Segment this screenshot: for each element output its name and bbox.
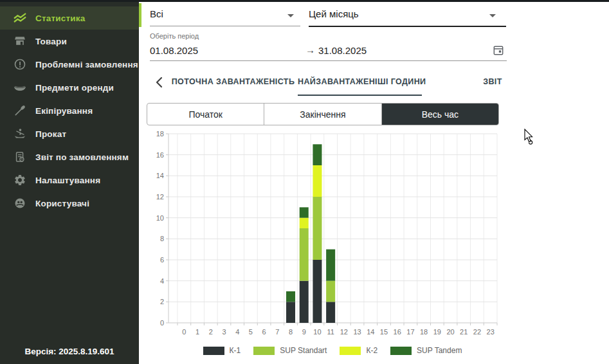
bar-segment[interactable] [300,281,309,323]
sidebar-item-statistics[interactable]: Статистика [0,6,139,30]
y-tick-label: 12 [156,193,164,201]
sidebar-item-settings[interactable]: Налаштування [0,168,139,192]
x-tick-label: 17 [406,328,414,336]
bar-segment[interactable] [313,165,322,197]
gear-icon [13,173,27,187]
x-tick-label: 15 [380,328,388,336]
legend-label: SUP Standart [280,346,327,355]
segment-alltime-button[interactable]: Весь час [382,104,498,125]
filter-select-value: Всі [150,8,163,19]
sidebar-item-label: Товари [35,37,67,46]
calendar-icon[interactable] [492,44,505,57]
sidebar-item-label: Звіт по замовленням [35,152,129,162]
x-tick-label: 2 [209,328,213,336]
x-tick-label: 16 [394,328,401,336]
sidebar-item-users[interactable]: Користувачі [0,192,139,215]
y-tick-label: 2 [160,298,164,305]
x-tick-label: 23 [487,328,495,336]
bar-segment[interactable] [313,144,322,165]
y-tick-label: 0 [160,319,164,327]
kayaker-icon [13,127,27,141]
sidebar-item-label: Прокат [35,129,66,139]
sidebar-item-orders-report[interactable]: Звіт по замовленням [0,145,139,168]
legend-swatch [253,347,275,355]
x-tick-label: 0 [182,328,186,336]
busiest-hours-chart: 0246810121416180123456789101112131415161… [152,129,499,364]
x-tick-label: 5 [249,328,253,336]
y-tick-label: 16 [156,151,164,159]
sidebar-item-rent[interactable]: Прокат [0,122,139,145]
x-tick-label: 14 [367,328,374,336]
segment-start-button[interactable]: Початок [147,104,264,125]
x-tick-label: 10 [313,328,321,336]
x-tick-label: 13 [353,328,361,336]
main-content: Всі Цей місяць Оберіть період 01.08.2025… [139,0,609,364]
bar-segment[interactable] [313,197,322,260]
y-tick-label: 6 [160,256,164,264]
bar-segment[interactable] [286,291,295,302]
date-to-input[interactable]: 31.08.2025 [318,45,367,56]
tab-current-load[interactable]: ПОТОЧНА ЗАВАНТАЖЕНІСТЬ [168,77,298,86]
segment-end-button[interactable]: Закінчення [264,104,381,125]
sidebar-item-label: Предмети оренди [35,83,114,93]
legend-swatch [340,347,361,355]
sidebar-item-label: Налаштування [35,176,100,185]
sidebar-nav: Статистика Товари Проблемні замовлення П… [0,6,139,215]
sidebar-item-problem-orders[interactable]: Проблемні замовлення [0,53,139,76]
sidebar-item-rental-items[interactable]: Предмети оренди [0,76,139,99]
chevron-left-icon[interactable] [154,76,167,91]
sidebar-item-equipment[interactable]: Екіпірування [0,99,139,122]
period-select-value: Цей місяць [309,8,359,19]
x-tick-label: 6 [262,328,266,336]
chart-legend: К-1SUP StandartК-2SUP Tandem [168,346,496,355]
legend-label: К-2 [366,346,377,355]
tab-busiest-hours[interactable]: НАЙЗАВАНТАЖЕНІШІ ГОДИНИ [298,77,422,86]
mouse-cursor [522,129,536,148]
canoe-icon [13,80,27,95]
sidebar-item-label: Екіпірування [35,106,93,116]
window-top-border [0,0,609,2]
sidebar-item-products[interactable]: Товари [0,30,139,53]
y-tick-label: 18 [156,130,164,138]
date-from-input[interactable]: 01.08.2025 [150,45,198,56]
storefront-icon [13,34,27,48]
x-tick-label: 21 [460,328,468,336]
legend-item: SUP Standart [253,346,327,355]
dropdown-arrow-icon [489,14,496,17]
active-item-indicator [139,3,141,27]
time-mode-segmented-control: Початок Закінчення Весь час [147,103,499,125]
x-tick-label: 3 [222,328,226,336]
users-icon [13,196,27,210]
y-tick-label: 4 [160,277,164,285]
paddle-icon [13,104,27,118]
legend-swatch [203,347,224,355]
stats-zigzag-icon [13,11,27,25]
bar-segment[interactable] [326,250,335,281]
chart-plot: 0246810121416180123456789101112131415161… [152,129,499,341]
date-range-field: 01.08.2025 → 31.08.2025 [150,42,507,61]
bar-segment[interactable] [300,228,309,281]
order-report-icon [13,150,27,164]
bar-segment[interactable] [286,302,295,323]
tab-report[interactable]: ЗВІТ [473,77,512,86]
alert-circle-icon [13,57,27,71]
legend-item: SUP Tandem [390,346,462,355]
bar-segment[interactable] [300,218,309,228]
bar-segment[interactable] [313,260,322,323]
x-tick-label: 4 [235,328,239,336]
period-select[interactable]: Цей місяць [309,6,506,27]
x-tick-label: 7 [275,328,279,336]
app-window: Статистика Товари Проблемні замовлення П… [0,0,609,364]
bar-segment[interactable] [300,207,309,217]
dropdown-arrow-icon [287,14,294,17]
filter-select[interactable]: Всі [150,6,300,26]
x-tick-label: 8 [289,328,293,336]
bar-segment[interactable] [326,302,335,323]
y-tick-label: 10 [156,214,164,222]
x-tick-label: 1 [195,328,199,336]
bar-segment[interactable] [326,281,335,302]
x-tick-label: 18 [420,328,428,336]
range-arrow-icon: → [305,44,315,55]
legend-label: К-1 [230,346,241,355]
tab-bar: ПОТОЧНА ЗАВАНТАЖЕНІСТЬ НАЙЗАВАНТАЖЕНІШІ … [139,72,609,96]
